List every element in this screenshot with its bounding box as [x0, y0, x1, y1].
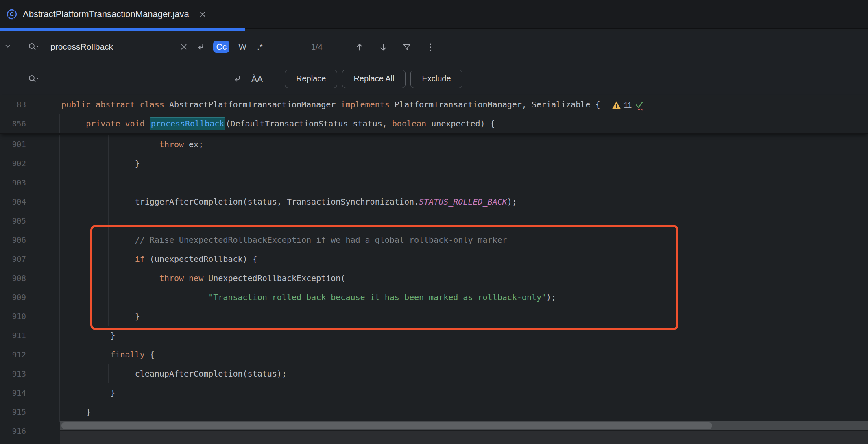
code-line-905: 905	[0, 211, 868, 231]
chevron-down-icon	[3, 41, 12, 50]
search-history-icon[interactable]	[28, 41, 41, 52]
tab-abstractplatformtransactionmanager[interactable]: C AbstractPlatformTransactionManager.jav…	[0, 0, 218, 28]
filter-icon[interactable]	[401, 42, 412, 52]
find-actions-area: 1/4	[281, 31, 868, 95]
line-number: 909	[0, 288, 26, 307]
line-number: 907	[0, 250, 26, 269]
code-text[interactable]: throw new UnexpectedRollbackException(	[60, 269, 345, 288]
line-number: 908	[0, 269, 26, 288]
code-segment: }	[61, 159, 140, 168]
replace-history-icon[interactable]	[28, 74, 41, 84]
indent-guide	[84, 173, 84, 192]
code-line-915: 915 }	[0, 403, 868, 422]
tab-close-icon[interactable]	[199, 11, 206, 18]
code-text[interactable]: "Transaction rolled back because it has …	[60, 288, 556, 307]
code-segment: // Raise UnexpectedRollbackException if …	[135, 235, 507, 245]
horizontal-scrollbar-thumb[interactable]	[61, 422, 712, 429]
code-line-914: 914 }	[0, 383, 868, 403]
code-line-913: 913 cleanupAfterCompletion(status);	[0, 364, 868, 383]
code-line-907: 907 if (unexpectedRollback) {	[0, 250, 868, 269]
preserve-case-toggle[interactable]: ÀA	[250, 73, 264, 85]
newline-icon[interactable]	[195, 41, 206, 52]
code-text[interactable]: private void processRollback(DefaultTran…	[60, 114, 495, 133]
whole-words-toggle[interactable]: W	[237, 41, 248, 52]
code-text[interactable]: finally {	[60, 345, 155, 364]
code-segment: unexpected) {	[431, 119, 495, 128]
code-text[interactable]: cleanupAfterCompletion(status);	[60, 364, 287, 383]
line-number: 914	[0, 383, 26, 403]
exclude-button[interactable]: Exclude	[410, 70, 462, 88]
code-text[interactable]: public abstract class AbstractPlatformTr…	[60, 95, 644, 114]
code-segment: ex;	[189, 139, 203, 149]
more-options-icon[interactable]	[425, 42, 436, 52]
sticky-lines: 83public abstract class AbstractPlatform…	[0, 95, 868, 134]
code-text[interactable]: }	[60, 383, 115, 403]
code-line-83: 83public abstract class AbstractPlatform…	[0, 95, 868, 114]
match-count: 1/4	[311, 42, 323, 52]
code-segment: public abstract class	[61, 100, 169, 109]
code-segment: (	[150, 254, 155, 264]
code-segment	[61, 350, 110, 359]
line-number: 916	[0, 422, 26, 441]
code-segment: );	[507, 197, 517, 207]
indent-guide	[108, 211, 109, 231]
code-segment: "Transaction rolled back because it has …	[208, 292, 546, 302]
search-row: processRollback Cc W .*	[15, 31, 281, 63]
code-text[interactable]: triggerAfterCompletion(status, Transacti…	[60, 192, 517, 211]
code-text[interactable]: throw ex;	[60, 135, 203, 154]
search-input[interactable]: processRollback	[50, 42, 172, 52]
code-segment: }	[61, 407, 91, 417]
code-line-909: 909 "Transaction rolled back because it …	[0, 288, 868, 307]
code-segment: throw new	[159, 273, 208, 283]
line-number: 905	[0, 211, 26, 231]
inspections-widget[interactable]: 11	[612, 96, 645, 115]
code-segment: finally	[110, 350, 149, 359]
code-text[interactable]: }	[60, 403, 91, 422]
code-text[interactable]: // Raise UnexpectedRollbackException if …	[60, 231, 507, 250]
newline-icon[interactable]	[232, 74, 242, 84]
code-text[interactable]: }	[60, 307, 140, 326]
code-text[interactable]	[60, 173, 61, 192]
line-number: 856	[0, 114, 26, 133]
code-segment: throw	[61, 139, 189, 149]
code-segment: );	[546, 292, 556, 302]
code-line-902: 902 }	[0, 154, 868, 173]
clear-search-icon[interactable]	[180, 43, 188, 51]
check-icon	[635, 100, 644, 111]
previous-match-icon[interactable]	[354, 42, 365, 52]
code-text[interactable]: }	[60, 326, 115, 345]
find-panel-collapse[interactable]	[0, 31, 15, 95]
code-segment: }	[61, 311, 140, 321]
code-segment: if	[135, 254, 150, 264]
line-number: 915	[0, 403, 26, 422]
code-segment: {	[150, 350, 155, 359]
code-line-908: 908 throw new UnexpectedRollbackExceptio…	[0, 269, 868, 288]
code-segment: (DefaultTransactionStatus status,	[225, 119, 392, 128]
code-editor: 901 throw ex;902 }903904 triggerAfterCom…	[0, 95, 868, 444]
search-match-highlight: processRollback	[150, 117, 226, 130]
replace-button[interactable]: Replace	[285, 70, 337, 88]
match-case-toggle[interactable]: Cc	[213, 41, 229, 53]
regex-toggle[interactable]: .*	[255, 41, 264, 52]
bottom-strip	[60, 430, 868, 444]
indent-guide	[108, 173, 109, 192]
find-replace-panel: processRollback Cc W .*	[0, 31, 868, 95]
code-segment: cleanupAfterCompletion(status);	[61, 369, 287, 379]
code-segment	[61, 273, 159, 283]
code-line-856: 856 private void processRollback(Default…	[0, 114, 868, 133]
code-line-903: 903	[0, 173, 868, 192]
warning-count: 11	[624, 96, 632, 115]
line-number: 911	[0, 326, 26, 345]
code-text[interactable]: if (unexpectedRollback) {	[60, 250, 257, 269]
next-match-icon[interactable]	[378, 42, 388, 52]
code-text[interactable]	[60, 211, 61, 231]
code-text[interactable]: }	[60, 154, 140, 173]
code-segment: PlatformTransactionManager, Serializable…	[395, 100, 600, 109]
horizontal-scrollbar-track[interactable]	[60, 421, 868, 430]
replace-all-button[interactable]: Replace All	[342, 70, 406, 88]
code-segment	[61, 119, 86, 128]
svg-text:C: C	[10, 11, 14, 17]
code-segment: private void	[86, 119, 150, 128]
code-lines: 901 throw ex;902 }903904 triggerAfterCom…	[0, 135, 868, 441]
code-segment: triggerAfterCompletion(status, Transacti…	[61, 197, 419, 207]
